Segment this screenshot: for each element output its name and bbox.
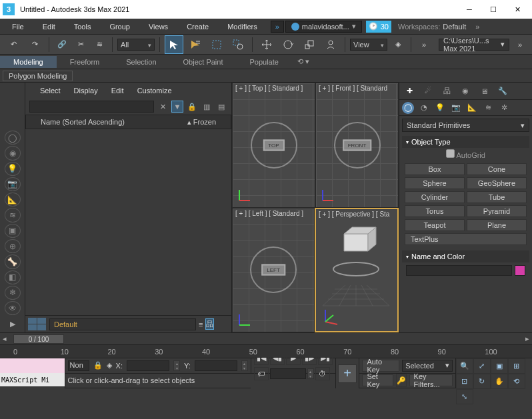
- set-key-big-button[interactable]: +: [338, 364, 357, 383]
- selection-filter-dropdown[interactable]: All: [117, 39, 155, 51]
- select-region-button[interactable]: [207, 35, 226, 54]
- primitive-pyramid-button[interactable]: Pyramid: [467, 205, 527, 217]
- view-mode1-icon[interactable]: ▥: [201, 101, 213, 113]
- primitive-geosphere-button[interactable]: GeoSphere: [467, 177, 527, 189]
- ribbon-expand-button[interactable]: ⟲ ▾: [295, 57, 312, 66]
- viewport-perspective[interactable]: [ + ] [ Perspective ] [ Sta: [315, 208, 399, 333]
- ribbon-tab-object-paint[interactable]: Object Paint: [170, 56, 237, 68]
- clear-search-icon[interactable]: ✕: [157, 101, 169, 113]
- ribbon-tab-modeling[interactable]: Modeling: [0, 56, 57, 68]
- outliner-column-frozen[interactable]: ▴ Frozen: [187, 118, 216, 127]
- layer-dropdown[interactable]: Default: [49, 318, 196, 330]
- redo-button[interactable]: ↷: [25, 35, 44, 54]
- reference-coord-dropdown[interactable]: View: [350, 39, 387, 51]
- toolbar-overflow2-button[interactable]: »: [512, 37, 528, 53]
- viewport-top[interactable]: [ + ] [ Top ] [ Standard ] TOP: [232, 83, 315, 208]
- project-path-dropdown[interactable]: C:\Users\U...s Max 2021▾: [439, 39, 509, 51]
- autokey-button[interactable]: Auto Key: [362, 360, 399, 372]
- layer-tool1-icon[interactable]: ≡: [199, 320, 203, 328]
- isolate-icon[interactable]: ◈: [107, 361, 112, 370]
- cmd-sub-geometry[interactable]: ◯: [402, 102, 414, 114]
- menu-edit[interactable]: Edit: [33, 20, 65, 33]
- link-button[interactable]: 🔗: [54, 37, 70, 53]
- cmd-tab-display[interactable]: 🖥: [477, 85, 491, 98]
- key-mode-dropdown[interactable]: Selected▾: [402, 360, 453, 372]
- menu-modifiers[interactable]: Modifiers: [218, 20, 267, 33]
- outliner-menu-customize[interactable]: Customize: [131, 84, 179, 97]
- menu-create[interactable]: Create: [177, 20, 218, 33]
- workspaces-dropdown[interactable]: Default: [443, 23, 466, 31]
- setkey-button[interactable]: Set Key: [362, 374, 393, 386]
- menu-file[interactable]: File: [3, 20, 33, 33]
- explorer-expand-button[interactable]: ▶: [7, 318, 19, 330]
- time-slider-prev-key[interactable]: ◂: [3, 334, 7, 343]
- select-move-button[interactable]: [257, 35, 276, 54]
- cmd-sub-helpers[interactable]: 📐: [466, 102, 478, 114]
- viewport-left[interactable]: [ + ] [ Left ] [ Standard ] LEFT: [232, 208, 315, 333]
- ribbon-tab-populate[interactable]: Populate: [236, 56, 291, 68]
- primitive-tube-button[interactable]: Tube: [467, 191, 527, 203]
- filter-frozen-icon[interactable]: ❄: [5, 286, 21, 300]
- nav-orbit-button[interactable]: ↻: [473, 374, 491, 389]
- select-by-name-button[interactable]: [186, 35, 205, 54]
- layer-tool2-icon[interactable]: 品: [205, 318, 214, 330]
- menu-tools[interactable]: Tools: [65, 20, 101, 33]
- viewport-layout1-icon[interactable]: [28, 318, 47, 331]
- nav-rotate-button[interactable]: ⟲: [508, 374, 525, 389]
- cmd-sub-lights[interactable]: 💡: [434, 102, 446, 114]
- filter-containers-icon[interactable]: ◧: [5, 270, 21, 284]
- view-mode2-icon[interactable]: ▤: [215, 101, 227, 113]
- primitive-torus-button[interactable]: Torus: [405, 205, 465, 217]
- nav-maximize-button[interactable]: ⤡: [456, 389, 473, 404]
- pivot-center-button[interactable]: ◈: [390, 37, 406, 53]
- primitive-cone-button[interactable]: Cone: [467, 163, 527, 175]
- select-rotate-button[interactable]: [279, 35, 297, 54]
- coord-x-input[interactable]: [127, 360, 169, 371]
- filter-icon[interactable]: ▼: [171, 101, 183, 113]
- unlink-button[interactable]: ✂: [73, 37, 89, 53]
- toolbar-overflow-button[interactable]: »: [416, 37, 432, 53]
- outliner-column-name[interactable]: Name (Sorted Ascending): [41, 118, 125, 126]
- trial-days-badge[interactable]: 🕑 30: [366, 21, 391, 33]
- select-scale-button[interactable]: [300, 35, 319, 54]
- nav-fov-button[interactable]: ▣: [491, 358, 508, 374]
- cmd-tab-hierarchy[interactable]: 品: [439, 85, 454, 98]
- viewport-front[interactable]: [ + ] [ Front ] [ Standard FRONT: [315, 83, 399, 208]
- nav-zoomall-button[interactable]: ⊞: [508, 358, 525, 374]
- info-overflow-button[interactable]: »: [271, 21, 284, 33]
- filter-geometry-icon[interactable]: ◯: [5, 131, 21, 145]
- primitive-teapot-button[interactable]: Teapot: [405, 219, 465, 231]
- cmd-sub-shapes[interactable]: ◔: [418, 102, 430, 114]
- bind-spacewarp-button[interactable]: ≋: [91, 37, 107, 53]
- primitive-category-dropdown[interactable]: Standard Primitives▾: [402, 119, 529, 132]
- outliner-menu-display[interactable]: Display: [67, 84, 105, 97]
- filter-shapes-icon[interactable]: ◉: [5, 146, 21, 160]
- autogrid-checkbox[interactable]: [446, 149, 455, 158]
- key-icon[interactable]: 🔑: [396, 374, 407, 387]
- cmd-tab-create[interactable]: ✚: [402, 85, 417, 98]
- filter-hidden-icon[interactable]: 👁: [5, 301, 21, 315]
- window-crossing-button[interactable]: [229, 35, 247, 54]
- filter-groups-icon[interactable]: ▣: [5, 224, 21, 238]
- object-name-input[interactable]: [406, 265, 512, 276]
- time-slider[interactable]: 0 / 100: [13, 334, 64, 344]
- time-config-button[interactable]: ⏱: [315, 367, 330, 380]
- current-frame-input[interactable]: [270, 368, 306, 379]
- section-name-color[interactable]: Name and Color: [402, 250, 529, 262]
- undo-button[interactable]: ↶: [4, 35, 23, 54]
- cmd-sub-cameras[interactable]: 📷: [450, 102, 462, 114]
- section-object-type[interactable]: Object Type: [402, 136, 529, 148]
- cmd-sub-spacewarps[interactable]: ≋: [482, 102, 494, 114]
- ribbon-tab-freeform[interactable]: Freeform: [57, 56, 113, 68]
- keyfilters-button[interactable]: Key Filters...: [409, 374, 453, 386]
- filter-xrefs-icon[interactable]: ⊕: [5, 239, 21, 253]
- nav-zoomext-button[interactable]: ⊡: [456, 374, 473, 389]
- account-dropdown[interactable]: malavidasoft... ▾: [285, 21, 362, 33]
- maxscript-output[interactable]: [0, 358, 65, 373]
- coord-y-input[interactable]: [195, 360, 237, 371]
- cmd-sub-systems[interactable]: ✲: [498, 102, 510, 114]
- filter-lights-icon[interactable]: 💡: [5, 162, 21, 176]
- nav-walk-button[interactable]: ✋: [491, 374, 508, 389]
- workspaces-overflow[interactable]: »: [475, 23, 479, 31]
- filter-bones-icon[interactable]: 🦴: [5, 254, 21, 268]
